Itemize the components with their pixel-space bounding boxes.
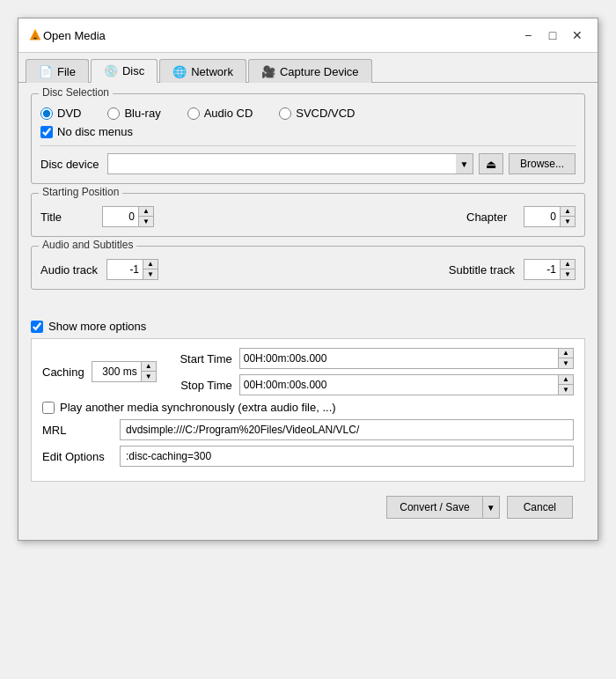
caching-arrows: ▲ ▼	[141, 362, 156, 381]
stop-time-increment[interactable]: ▲	[559, 375, 573, 385]
chapter-spinbox: ▲ ▼	[524, 206, 576, 227]
open-media-window: Open Media − □ ✕ 📄 File 💿 Disc 🌐 Network…	[18, 18, 598, 541]
mrl-input[interactable]	[120, 419, 574, 440]
edit-options-input[interactable]	[120, 446, 574, 467]
restore-button[interactable]: □	[541, 26, 564, 45]
start-time-arrows: ▲ ▼	[558, 349, 573, 368]
start-time-spinbox: ▲ ▼	[239, 348, 574, 369]
app-icon	[27, 27, 43, 43]
audiocd-label: Audio CD	[204, 107, 253, 120]
tab-file[interactable]: 📄 File	[26, 59, 89, 83]
disc-device-label: Disc device	[40, 158, 102, 171]
title-spinbox-arrows: ▲ ▼	[138, 207, 153, 226]
window-controls: − □ ✕	[517, 26, 589, 45]
caching-section: Caching ▲ ▼	[42, 348, 157, 395]
no-disc-menus-checkbox[interactable]	[40, 126, 53, 138]
audio-subtitles-title: Audio and Subtitles	[39, 239, 136, 251]
audio-track-increment[interactable]: ▲	[143, 260, 158, 269]
extra-options-panel: Caching ▲ ▼ Start Time	[31, 338, 585, 482]
tab-network[interactable]: 🌐 Network	[159, 59, 246, 83]
mrl-label: MRL	[42, 424, 113, 437]
disc-device-dropdown-icon[interactable]: ▼	[456, 153, 473, 174]
start-time-row: Start Time ▲ ▼	[171, 348, 574, 369]
audio-track-arrows: ▲ ▼	[143, 260, 158, 279]
subtitle-track-input[interactable]	[524, 260, 560, 279]
chapter-spinbox-input[interactable]	[524, 207, 560, 226]
title-spinbox: ▲ ▼	[102, 206, 154, 227]
subtitle-section: Subtitle track ▲ ▼	[449, 259, 576, 280]
stop-time-decrement[interactable]: ▼	[559, 385, 573, 395]
cancel-button[interactable]: Cancel	[507, 496, 573, 519]
chapter-spinbox-arrows: ▲ ▼	[560, 207, 575, 226]
subtitle-track-increment[interactable]: ▲	[561, 260, 575, 269]
mrl-row: MRL	[42, 419, 574, 440]
start-time-input[interactable]	[240, 349, 558, 368]
show-more-checkbox[interactable]	[31, 321, 43, 333]
chapter-decrement-button[interactable]: ▼	[561, 217, 575, 226]
caching-increment[interactable]: ▲	[142, 362, 156, 372]
play-another-label: Play another media synchronously (extra …	[60, 401, 336, 414]
svg-rect-2	[33, 38, 37, 40]
browse-button[interactable]: Browse...	[509, 153, 576, 174]
stop-time-arrows: ▲ ▼	[558, 375, 573, 395]
starting-position-title: Starting Position	[39, 186, 122, 198]
bottom-bar: Convert / Save ▼ Cancel	[31, 489, 585, 529]
start-time-decrement[interactable]: ▼	[559, 358, 573, 368]
edit-options-row: Edit Options	[42, 446, 574, 467]
caching-input[interactable]	[92, 362, 141, 381]
content-area: Disc Selection DVD Blu-ray Audio CD SVCD…	[18, 83, 598, 540]
bluray-radio[interactable]: Blu-ray	[107, 107, 160, 120]
disc-separator	[40, 145, 576, 146]
audio-track-label: Audio track	[40, 263, 98, 277]
disc-tab-icon: 💿	[104, 64, 118, 77]
window-title: Open Media	[43, 29, 517, 42]
disc-device-select-wrapper: ▼	[107, 153, 473, 174]
title-decrement-button[interactable]: ▼	[139, 217, 153, 226]
audio-subtitles-group: Audio and Subtitles Audio track ▲ ▼ Subt…	[31, 246, 585, 290]
titlebar: Open Media − □ ✕	[18, 18, 598, 53]
tab-capture[interactable]: 🎥 Capture Device	[248, 59, 372, 83]
chapter-increment-button[interactable]: ▲	[561, 207, 575, 217]
convert-save-dropdown-button[interactable]: ▼	[482, 496, 500, 519]
caching-label: Caching	[42, 365, 84, 379]
svcd-radio-input[interactable]	[279, 107, 291, 120]
stop-time-row: Stop Time ▲ ▼	[171, 374, 574, 395]
minimize-button[interactable]: −	[517, 26, 539, 45]
dvd-radio-input[interactable]	[40, 107, 53, 120]
caching-spinbox: ▲ ▼	[92, 361, 157, 382]
stop-time-input[interactable]	[240, 375, 558, 395]
eject-button[interactable]: ⏏	[479, 153, 503, 174]
show-more-label: Show more options	[48, 320, 146, 333]
svcd-radio[interactable]: SVCD/VCD	[279, 107, 355, 120]
start-time-increment[interactable]: ▲	[559, 349, 573, 358]
convert-save-wrapper: Convert / Save ▼	[386, 496, 499, 519]
spacer	[31, 299, 585, 313]
audiocd-radio[interactable]: Audio CD	[187, 107, 253, 120]
title-spinbox-input[interactable]	[103, 207, 138, 226]
chapter-section: Chapter ▲ ▼	[466, 206, 576, 227]
subtitle-track-decrement[interactable]: ▼	[561, 269, 575, 279]
disc-device-select[interactable]	[107, 153, 473, 174]
subtitle-track-spinbox: ▲ ▼	[524, 259, 576, 280]
file-tab-label: File	[57, 65, 76, 78]
audio-track-decrement[interactable]: ▼	[143, 269, 158, 279]
caching-decrement[interactable]: ▼	[142, 372, 156, 381]
tab-disc[interactable]: 💿 Disc	[91, 59, 158, 83]
audio-track-spinbox: ▲ ▼	[106, 259, 158, 280]
bluray-radio-input[interactable]	[107, 107, 120, 120]
stop-time-spinbox: ▲ ▼	[239, 374, 574, 395]
dvd-radio[interactable]: DVD	[40, 107, 81, 120]
disc-selection-title: Disc Selection	[39, 86, 113, 99]
audiocd-radio-input[interactable]	[187, 107, 200, 120]
disc-device-row: Disc device ▼ ⏏ Browse...	[40, 153, 576, 174]
audio-row: Audio track ▲ ▼ Subtitle track ▲	[40, 259, 576, 280]
position-row: Title ▲ ▼ Chapter ▲ ▼	[40, 206, 576, 227]
play-another-checkbox[interactable]	[42, 402, 55, 414]
title-label: Title	[40, 210, 93, 224]
title-increment-button[interactable]: ▲	[139, 207, 153, 217]
audio-track-input[interactable]	[107, 260, 143, 279]
svcd-label: SVCD/VCD	[296, 107, 355, 120]
close-button[interactable]: ✕	[566, 26, 589, 45]
chapter-label: Chapter	[466, 210, 515, 224]
convert-save-button[interactable]: Convert / Save	[386, 496, 481, 519]
